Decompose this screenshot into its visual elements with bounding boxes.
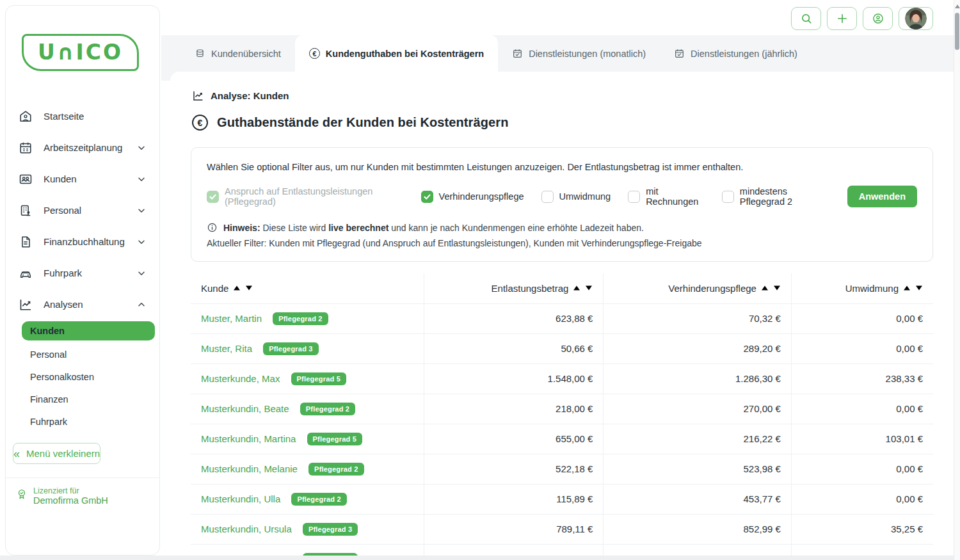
table-body: Muster, Martin Pflegegrad 2 623,88 € 70,…	[191, 303, 933, 556]
sidebar-divider	[6, 477, 159, 478]
sort-ascending-icon[interactable]	[903, 285, 911, 291]
checkbox-icon	[628, 191, 640, 203]
sidebar-item-startseite[interactable]: Startseite	[6, 100, 159, 132]
account-button[interactable]	[863, 7, 893, 30]
breadcrumb: Analyse: Kunden	[192, 90, 933, 102]
avatar-button[interactable]	[899, 7, 933, 30]
vertical-scrollbar[interactable]	[954, 0, 960, 560]
euro-circle-icon: €	[192, 115, 208, 131]
sidebar-item-kunden[interactable]: Kunden	[6, 163, 159, 195]
tab-kundenuebersicht[interactable]: Kundenübersicht	[180, 35, 295, 72]
calendar-check-icon	[512, 48, 523, 59]
customer-name-link[interactable]: Musterkundin, Beate	[201, 403, 289, 414]
scrollbar-up-arrow[interactable]	[955, 4, 960, 8]
verhinderungspflege-value: 1.286,30 €	[604, 364, 791, 394]
submenu-item-kunden[interactable]: Kunden	[22, 321, 155, 340]
sidebar-item-finanzbuchhaltung[interactable]: Finanzbuchhaltung	[6, 226, 159, 257]
pflegegrad-badge: Pflegegrad 2	[273, 312, 328, 325]
sidebar-item-arbeitszeitplanung[interactable]: Arbeitszeitplanung	[6, 132, 159, 163]
column-header-umwidmung[interactable]: Umwidmung	[791, 273, 933, 303]
table-row[interactable]: Muster, Rita Pflegegrad 3 50,66 € 289,20…	[191, 333, 933, 364]
search-button[interactable]	[791, 7, 821, 30]
double-chevron-left-icon: «	[13, 448, 20, 460]
umwidmung-value: 238,33 €	[791, 364, 933, 394]
sidebar-item-personal[interactable]: Personal	[6, 195, 159, 226]
customer-name-link[interactable]: Musterkundin, Melanie	[201, 463, 298, 474]
checkbox-mindestens-pflegegrad-2[interactable]: mindestens Pflegegrad 2	[722, 186, 830, 207]
sort-descending-icon[interactable]	[585, 285, 593, 291]
submenu-label: Kunden	[30, 326, 65, 336]
sort-descending-icon[interactable]	[915, 285, 923, 291]
sort-descending-icon[interactable]	[773, 285, 781, 291]
filter-checkbox-row: Anspruch auf Entlastungsleistungen (Pfle…	[207, 186, 917, 207]
table-row[interactable]: Muster, Martin Pflegegrad 2 623,88 € 70,…	[191, 303, 933, 333]
checkbox-icon	[722, 191, 734, 203]
filter-panel: Wählen Sie optional Filter aus, um nur K…	[191, 147, 933, 262]
submenu-label: Finanzen	[30, 394, 68, 404]
tab-kundenguthaben[interactable]: € Kundenguthaben bei Kostenträgern	[295, 35, 498, 72]
customer-name-link[interactable]: Muster, Rita	[201, 343, 252, 354]
entlastungsbetrag-value: 456,79 €	[424, 544, 604, 556]
customer-name-link[interactable]: Muster, Martin	[201, 313, 262, 324]
submenu-item-personalkosten[interactable]: Personalkosten	[6, 365, 159, 388]
checkbox-icon	[421, 191, 433, 203]
column-header-entlastungsbetrag[interactable]: Entlastungsbetrag	[424, 273, 604, 303]
customer-name-link[interactable]: Musterkundin, Martina	[201, 433, 296, 444]
sidebar-item-fuhrpark[interactable]: Fuhrpark	[6, 257, 159, 289]
column-label: Verhinderungspflege	[668, 283, 756, 294]
checkbox-anspruch-entlastungsleistungen[interactable]: Anspruch auf Entlastungsleistungen (Pfle…	[207, 186, 404, 207]
column-header-kunde[interactable]: Kunde	[191, 273, 424, 303]
umwidmung-value: 35,25 €	[791, 514, 933, 544]
entlastungsbetrag-value: 655,00 €	[424, 424, 604, 454]
submenu-item-fuhrpark[interactable]: Fuhrpark	[6, 410, 159, 433]
tab-dienstleistungen-jaehrlich[interactable]: Dienstleistungen (jährlich)	[660, 35, 812, 72]
table-row[interactable]: Musterkunde, Max Pflegegrad 5 1.548,00 €…	[191, 364, 933, 394]
table-row[interactable]: Musterkundin, Martina Pflegegrad 5 655,0…	[191, 424, 933, 454]
customer-name-link[interactable]: Musterkundin, Ulla	[201, 493, 280, 504]
umwidmung-value: 0,00 €	[791, 484, 933, 514]
entlastungsbetrag-value: 522,18 €	[424, 454, 604, 484]
avatar	[905, 8, 927, 29]
breadcrumb-label: Analyse: Kunden	[211, 90, 289, 101]
column-label: Entlastungsbetrag	[492, 283, 569, 294]
sort-ascending-icon[interactable]	[233, 285, 241, 291]
scrollbar-thumb[interactable]	[955, 13, 959, 50]
submenu-item-personal[interactable]: Personal	[6, 343, 159, 365]
customer-name-link[interactable]: Musterkunde, Max	[201, 373, 280, 384]
sort-ascending-icon[interactable]	[761, 285, 769, 291]
pflegegrad-badge: Pflegegrad 2	[308, 463, 364, 476]
table-row[interactable]: Musterkundin, Ursula Pflegegrad 3 789,11…	[191, 514, 933, 544]
checkbox-umwidmung[interactable]: Umwidmung	[541, 191, 611, 203]
customer-name-link[interactable]: Musterkundin, Ursula	[201, 524, 292, 534]
submenu-item-finanzen[interactable]: Finanzen	[6, 388, 159, 410]
table-row[interactable]: Musterkundin, Ulla Pflegegrad 2 115,89 €…	[191, 484, 933, 514]
chevron-down-icon	[136, 205, 147, 216]
sidebar-item-label: Finanzbuchhaltung	[44, 236, 125, 247]
chevron-down-icon	[136, 174, 147, 184]
table-row[interactable]: Mustermann, Herbert Pflegegrad 4 456,79 …	[191, 544, 933, 556]
add-button[interactable]	[827, 7, 857, 30]
current-filter-text: Aktueller Filter: Kunden mit Pflegegrad …	[207, 238, 917, 248]
sort-descending-icon[interactable]	[245, 285, 253, 291]
checkbox-verhinderungspflege[interactable]: Verhinderungspflege	[421, 191, 524, 203]
column-header-verhinderungspflege[interactable]: Verhinderungspflege	[604, 273, 791, 303]
checkbox-mit-rechnungen[interactable]: mit Rechnungen	[628, 186, 705, 207]
apply-button[interactable]: Anwenden	[847, 186, 917, 207]
sidebar-item-analysen[interactable]: Analysen	[6, 289, 159, 320]
table-row[interactable]: Musterkundin, Beate Pflegegrad 2 218,00 …	[191, 394, 933, 424]
sort-ascending-icon[interactable]	[573, 285, 580, 291]
table-row[interactable]: Musterkundin, Melanie Pflegegrad 2 522,1…	[191, 454, 933, 484]
search-icon	[800, 12, 813, 25]
note-part1: Diese Liste wird	[262, 223, 326, 233]
verhinderungspflege-value: 216,22 €	[604, 424, 791, 454]
entlastungsbetrag-value: 1.548,00 €	[424, 364, 604, 394]
collapse-menu-button[interactable]: « Menü verkleinern	[13, 443, 100, 464]
pflegegrad-badge: Pflegegrad 5	[291, 372, 346, 385]
checkbox-icon	[207, 191, 219, 203]
euro-circle-icon: €	[309, 48, 320, 59]
license-company: Demofirma GmbH	[33, 495, 108, 506]
tab-dienstleistungen-monatlich[interactable]: Dienstleistungen (monatlich)	[498, 35, 660, 72]
umwidmung-value: 0,00 €	[791, 303, 933, 333]
chevron-down-icon	[136, 143, 147, 153]
license-label: Lizenziert für	[33, 486, 108, 495]
